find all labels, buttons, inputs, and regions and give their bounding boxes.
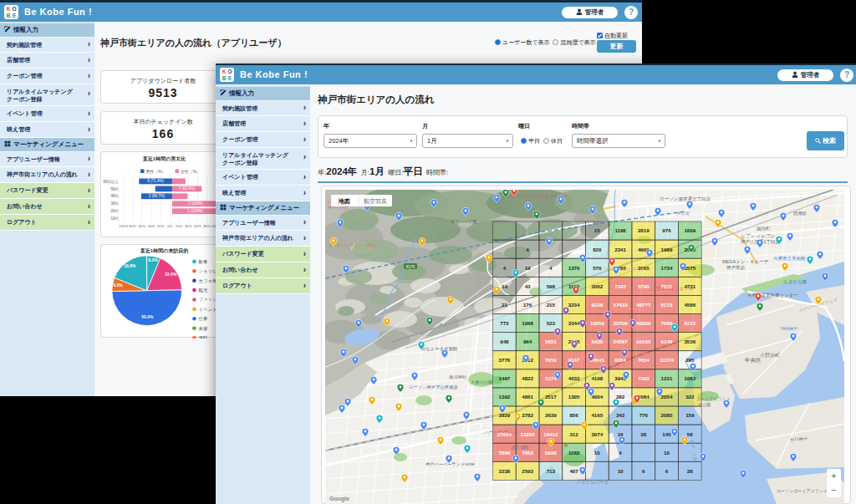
svg-text:30代: 30代	[110, 201, 119, 206]
svg-text:10代: 10代	[110, 216, 119, 221]
svg-text:Google: Google	[329, 496, 349, 502]
svg-text:60%: 60%	[194, 224, 201, 228]
svg-text:1392: 1392	[499, 394, 511, 400]
svg-text:0%: 0%	[167, 224, 172, 228]
svg-text:7393: 7393	[638, 375, 650, 381]
svg-text:21: 21	[502, 302, 507, 308]
svg-text:3536: 3536	[684, 339, 696, 344]
svg-text:みなとやま水族館: みなとやま水族館	[421, 346, 458, 352]
svg-text:10: 10	[618, 468, 624, 474]
svg-text:3929: 3929	[499, 412, 511, 418]
svg-text:4032: 4032	[568, 375, 580, 381]
svg-text:6: 6	[642, 468, 645, 474]
svg-text:1370: 1370	[568, 265, 580, 271]
svg-text:4198: 4198	[591, 375, 603, 381]
svg-text:7680: 7680	[661, 320, 673, 326]
svg-text:4: 4	[549, 265, 553, 271]
svg-text:948: 948	[500, 339, 509, 344]
svg-text:6.3%: 6.3%	[148, 257, 158, 262]
svg-text:脇浜町: 脇浜町	[757, 226, 771, 232]
svg-text:R176: R176	[406, 265, 415, 269]
svg-text:5938: 5938	[545, 450, 557, 456]
svg-text:4165: 4165	[591, 412, 603, 418]
svg-text:2054: 2054	[661, 394, 673, 400]
svg-text:1609: 1609	[684, 227, 696, 233]
svg-text:北公園: 北公園	[698, 402, 711, 408]
svg-text:西灘駅: 西灘駅	[793, 211, 808, 216]
svg-text:1 (100%): 1 (100%)	[188, 209, 204, 213]
svg-text:20代: 20代	[110, 209, 119, 213]
svg-text:60%: 60%	[139, 224, 146, 228]
svg-text:5173: 5173	[661, 302, 673, 308]
svg-text:3782: 3782	[522, 412, 533, 418]
svg-text:295: 295	[685, 357, 695, 363]
svg-text:2593: 2593	[522, 468, 533, 474]
svg-text:20%: 20%	[176, 224, 183, 228]
svg-text:飲食: 飲食	[199, 259, 208, 264]
svg-text:観光: 観光	[199, 288, 208, 293]
svg-text:ゼロ神戸: ゼロ神戸	[790, 436, 808, 441]
svg-text:35706: 35706	[613, 320, 628, 326]
svg-text:90165: 90165	[636, 339, 651, 344]
svg-text:856: 856	[569, 412, 578, 418]
svg-text:24397: 24397	[613, 339, 628, 344]
svg-text:407: 407	[569, 468, 578, 474]
svg-text:43: 43	[525, 283, 531, 289]
svg-text:5790: 5790	[638, 283, 650, 289]
svg-text:−: −	[831, 485, 836, 495]
svg-text:20%: 20%	[157, 224, 165, 228]
svg-text:976: 976	[662, 227, 671, 233]
svg-text:小野浜町: 小野浜町	[760, 352, 780, 358]
svg-text:7654: 7654	[638, 357, 650, 363]
svg-text:145: 145	[662, 431, 671, 437]
svg-text:40代: 40代	[110, 194, 119, 198]
svg-text:波止場町: 波止場町	[511, 445, 530, 451]
svg-text:7659: 7659	[545, 357, 557, 363]
svg-text:820: 820	[593, 247, 602, 252]
svg-text:2062: 2062	[591, 283, 603, 289]
svg-text:2819: 2819	[638, 227, 650, 233]
svg-text:男性（%）: 男性（%）	[146, 170, 166, 175]
svg-text:18.4%: 18.4%	[165, 272, 177, 277]
svg-text:7099: 7099	[499, 450, 511, 456]
svg-text:+: +	[831, 471, 836, 481]
svg-text:282: 282	[616, 394, 625, 400]
svg-text:312: 312	[569, 431, 578, 437]
svg-text:12265: 12265	[520, 431, 535, 437]
svg-text:7663: 7663	[522, 450, 533, 456]
svg-text:美容: 美容	[199, 326, 208, 332]
svg-text:1196: 1196	[614, 227, 626, 233]
svg-text:3074: 3074	[591, 431, 603, 437]
svg-text:18.8%: 18.8%	[124, 263, 136, 268]
svg-text:3 (100%): 3 (100%)	[188, 201, 204, 206]
svg-text:1221: 1221	[661, 375, 673, 381]
svg-text:100%: 100%	[119, 224, 128, 228]
svg-text:神若通: 神若通	[676, 211, 690, 216]
svg-text:10: 10	[594, 450, 600, 456]
svg-text:航空写真: 航空写真	[364, 198, 387, 205]
svg-text:4004: 4004	[591, 394, 603, 400]
svg-text:湊川神社: 湊川神社	[449, 374, 467, 379]
svg-text:2517: 2517	[545, 394, 557, 400]
svg-text:なぎさ公園: なぎさ公園	[783, 279, 807, 284]
svg-text:1989: 1989	[661, 247, 673, 252]
svg-text:女性（%）: 女性（%）	[181, 170, 200, 174]
svg-text:15: 15	[594, 227, 600, 233]
svg-text:964: 964	[523, 339, 532, 344]
svg-text:セブン-イレブン: セブン-イレブン	[741, 233, 776, 238]
svg-text:5651: 5651	[545, 339, 557, 344]
svg-text:直近1時間の男女比: 直近1時間の男女比	[142, 155, 186, 162]
svg-text:10059: 10059	[590, 320, 605, 326]
svg-text:4586: 4586	[684, 302, 696, 308]
svg-text:598: 598	[547, 283, 556, 289]
svg-text:776: 776	[639, 412, 649, 418]
svg-text:メリケンパーク: メリケンパーク	[576, 480, 609, 485]
svg-text:12274: 12274	[660, 357, 675, 363]
svg-text:176: 176	[523, 302, 532, 308]
svg-text:7 (63.6%): 7 (63.6%)	[179, 186, 196, 191]
svg-text:159: 159	[685, 412, 695, 418]
svg-text:3344: 3344	[568, 320, 580, 326]
svg-text:16: 16	[618, 431, 624, 437]
svg-text:地図: 地図	[338, 198, 350, 205]
svg-text:40%: 40%	[185, 224, 192, 228]
